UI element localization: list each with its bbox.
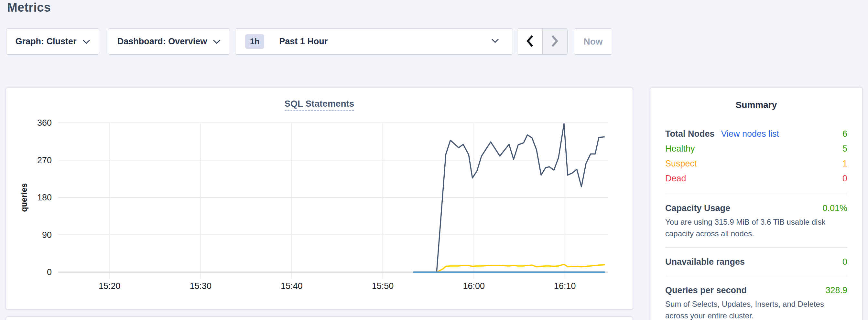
dashboard-dropdown-label: Dashboard: Overview <box>117 36 207 46</box>
total-nodes-row: Total Nodes View nodes list 6 <box>665 126 847 141</box>
view-nodes-list-link[interactable]: View nodes list <box>721 126 779 141</box>
capacity-usage-description: You are using 315.9 MiB of 3.6 TiB usabl… <box>665 216 847 239</box>
page-title: Metrics <box>7 1 51 14</box>
dead-nodes-row: Dead 0 <box>665 171 847 186</box>
time-back-button[interactable] <box>518 29 542 54</box>
graph-dropdown[interactable]: Graph: Cluster <box>6 28 99 55</box>
svg-text:15:40: 15:40 <box>281 281 303 291</box>
queries-per-second-label: Queries per second <box>665 284 747 296</box>
unavailable-ranges-value: 0 <box>842 256 847 268</box>
time-forward-button[interactable] <box>542 29 567 54</box>
chevron-down-icon <box>83 36 90 46</box>
summary-title: Summary <box>665 100 847 110</box>
unavailable-ranges-label: Unavailable ranges <box>665 256 745 268</box>
svg-text:90: 90 <box>42 230 52 240</box>
dead-label: Dead <box>665 171 686 186</box>
suspect-label: Suspect <box>665 156 697 171</box>
svg-text:15:30: 15:30 <box>190 281 212 291</box>
now-button[interactable]: Now <box>574 28 612 55</box>
time-range-dropdown[interactable]: 1h Past 1 Hour <box>235 28 513 55</box>
time-step-buttons <box>517 28 567 55</box>
capacity-usage-value: 0.01% <box>823 202 847 214</box>
total-nodes-value: 6 <box>842 126 847 141</box>
capacity-usage-section: Capacity Usage 0.01% You are using 315.9… <box>665 202 847 239</box>
svg-text:15:50: 15:50 <box>372 281 394 291</box>
unavailable-ranges-section: Unavailable ranges 0 <box>665 256 847 268</box>
suspect-value: 1 <box>842 156 847 171</box>
divider <box>665 247 847 248</box>
svg-text:16:00: 16:00 <box>463 281 485 291</box>
capacity-usage-label: Capacity Usage <box>665 202 730 214</box>
chevron-down-icon <box>491 38 499 44</box>
svg-text:15:20: 15:20 <box>99 281 121 291</box>
dashboard-dropdown[interactable]: Dashboard: Overview <box>108 28 230 55</box>
divider <box>665 194 847 194</box>
svg-text:270: 270 <box>37 156 52 165</box>
healthy-label: Healthy <box>665 141 695 156</box>
queries-per-second-value: 328.9 <box>825 284 847 296</box>
node-status-block: Total Nodes View nodes list 6 Healthy 5 … <box>665 126 847 186</box>
chevron-down-icon <box>213 36 221 46</box>
chevron-right-icon <box>551 34 559 49</box>
suspect-nodes-row: Suspect 1 <box>665 156 847 171</box>
divider <box>665 276 847 276</box>
svg-text:queries: queries <box>20 183 28 212</box>
graph-dropdown-label: Graph: Cluster <box>15 36 76 46</box>
dead-value: 0 <box>842 171 847 186</box>
queries-per-second-section: Queries per second 328.9 Sum of Selects,… <box>665 284 847 320</box>
healthy-value: 5 <box>842 141 847 156</box>
summary-panel: Summary Total Nodes View nodes list 6 He… <box>650 88 862 320</box>
total-nodes-label: Total Nodes <box>665 126 715 141</box>
sql-statements-chart[interactable]: 15:2015:3015:4015:5016:0016:100901802703… <box>6 88 632 309</box>
svg-text:360: 360 <box>37 118 52 128</box>
time-range-badge: 1h <box>245 34 264 49</box>
queries-per-second-description: Sum of Selects, Updates, Inserts, and De… <box>665 298 847 320</box>
time-range-label: Past 1 Hour <box>279 36 328 46</box>
controls-bar: Graph: Cluster Dashboard: Overview 1h Pa… <box>6 28 612 55</box>
next-chart-card-partial <box>6 317 632 320</box>
svg-text:16:10: 16:10 <box>554 281 576 291</box>
svg-text:0: 0 <box>47 267 52 277</box>
svg-text:180: 180 <box>37 193 52 202</box>
chevron-left-icon <box>526 34 534 49</box>
healthy-nodes-row: Healthy 5 <box>665 141 847 156</box>
sql-statements-chart-card: SQL Statements 15:2015:3015:4015:5016:00… <box>6 88 632 309</box>
chart-title[interactable]: SQL Statements <box>285 99 354 111</box>
chart-title-row: SQL Statements <box>6 99 632 111</box>
